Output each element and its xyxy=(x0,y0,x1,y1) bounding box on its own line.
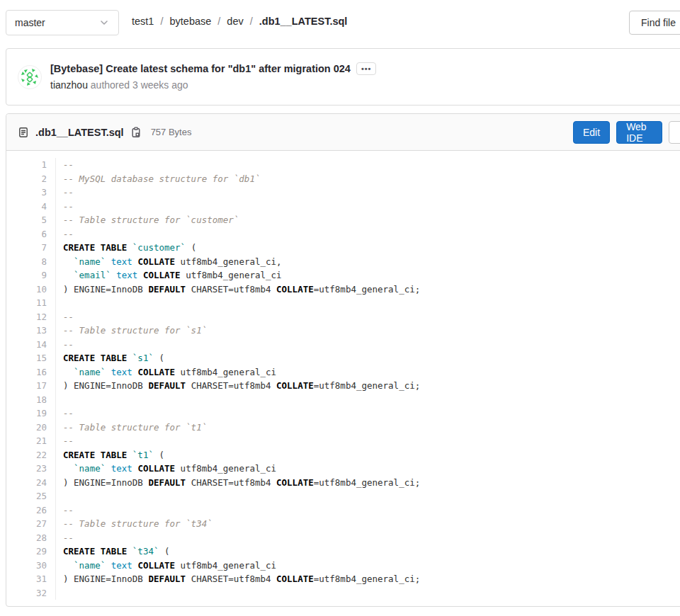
line-number[interactable]: 26 xyxy=(6,503,56,518)
line-number[interactable]: 10 xyxy=(6,283,56,297)
code-line: 25 xyxy=(6,489,680,503)
edit-button-label: Edit xyxy=(583,127,600,138)
line-number[interactable]: 14 xyxy=(6,338,56,352)
code-line: 22CREATE TABLE `t1` ( xyxy=(6,448,680,462)
code-line-content: -- xyxy=(56,434,680,448)
commit-authored-time: authored 3 weeks ago xyxy=(91,79,188,91)
line-number[interactable]: 9 xyxy=(6,268,56,283)
code-line: 9 `email` text COLLATE utf8mb4_general_c… xyxy=(6,268,680,283)
commit-author[interactable]: tianzhou xyxy=(50,79,88,91)
code-line: 14-- xyxy=(6,338,680,352)
code-line-content: CREATE TABLE `s1` ( xyxy=(56,351,680,365)
line-number[interactable]: 18 xyxy=(6,393,56,407)
file-header: .db1__LATEST.sql 757 Bytes Edit Web IDE xyxy=(6,114,680,151)
code-line: 32 xyxy=(6,586,680,600)
line-number[interactable]: 29 xyxy=(6,544,56,559)
line-number[interactable]: 32 xyxy=(6,586,56,600)
line-number[interactable]: 11 xyxy=(6,296,56,310)
code-line-content: -- Table structure for `t34` xyxy=(56,517,680,531)
branch-selector[interactable]: master xyxy=(6,10,119,35)
code-line: 19-- xyxy=(6,406,680,421)
breadcrumb-current-file: .db1__LATEST.sql xyxy=(259,16,348,27)
line-number[interactable]: 25 xyxy=(6,489,56,503)
code-line-content: `email` text COLLATE utf8mb4_general_ci xyxy=(56,268,680,283)
chevron-down-icon xyxy=(98,17,110,28)
code-line-content: -- Table structure for `s1` xyxy=(56,324,680,338)
avatar[interactable] xyxy=(18,65,42,89)
edit-button[interactable]: Edit xyxy=(573,121,610,144)
code-line-content: `name` text COLLATE utf8mb4_general_ci, xyxy=(56,255,680,269)
code-line: 20-- Table structure for `t1` xyxy=(6,421,680,435)
breadcrumb-separator: / xyxy=(160,16,163,27)
code-line-content xyxy=(56,296,680,310)
line-number[interactable]: 4 xyxy=(6,200,56,214)
line-number[interactable]: 17 xyxy=(6,379,56,393)
code-line: 15CREATE TABLE `s1` ( xyxy=(6,351,680,365)
code-line-content: -- xyxy=(56,338,680,352)
code-line: 28-- xyxy=(6,531,680,545)
file-name: .db1__LATEST.sql xyxy=(35,127,124,138)
file-viewer: .db1__LATEST.sql 757 Bytes Edit Web IDE … xyxy=(6,113,680,607)
line-number[interactable]: 19 xyxy=(6,406,56,421)
code-line: 1-- xyxy=(6,158,680,172)
code-line-content: -- xyxy=(56,531,680,545)
web-ide-button[interactable]: Web IDE xyxy=(616,121,662,144)
code-line-content xyxy=(56,393,680,407)
line-number[interactable]: 27 xyxy=(6,517,56,531)
line-number[interactable]: 7 xyxy=(6,241,56,255)
code-line-content xyxy=(56,586,680,600)
line-number[interactable]: 6 xyxy=(6,227,56,241)
line-number[interactable]: 23 xyxy=(6,462,56,476)
line-number[interactable]: 13 xyxy=(6,324,56,338)
breadcrumb-separator: / xyxy=(250,16,253,27)
copy-path-icon[interactable] xyxy=(130,127,142,138)
find-file-button[interactable]: Find file xyxy=(629,11,680,35)
breadcrumb-item[interactable]: test1 xyxy=(132,16,154,27)
code-line: 6-- xyxy=(6,227,680,241)
code-line: 8 `name` text COLLATE utf8mb4_general_ci… xyxy=(6,255,680,269)
commit-expand-button[interactable]: ••• xyxy=(356,62,377,75)
line-number[interactable]: 24 xyxy=(6,476,56,490)
line-number[interactable]: 21 xyxy=(6,434,56,448)
line-number[interactable]: 8 xyxy=(6,255,56,269)
code-line: 17) ENGINE=InnoDB DEFAULT CHARSET=utf8mb… xyxy=(6,379,680,393)
code-line-content: `name` text COLLATE utf8mb4_general_ci xyxy=(56,462,680,476)
code-line: 11 xyxy=(6,296,680,310)
code-line-content: `name` text COLLATE utf8mb4_general_ci xyxy=(56,365,680,380)
line-number[interactable]: 5 xyxy=(6,213,56,227)
code-line-content xyxy=(56,489,680,503)
line-number[interactable]: 15 xyxy=(6,351,56,365)
line-number[interactable]: 2 xyxy=(6,172,56,186)
line-number[interactable]: 1 xyxy=(6,158,56,172)
code-line: 2-- MySQL database structure for `db1` xyxy=(6,172,680,186)
breadcrumb-separator: / xyxy=(217,16,220,27)
code-line: 30 `name` text COLLATE utf8mb4_general_c… xyxy=(6,559,680,573)
line-number[interactable]: 16 xyxy=(6,365,56,380)
code-line-content: -- Table structure for `t1` xyxy=(56,421,680,435)
line-number[interactable]: 28 xyxy=(6,531,56,545)
download-button[interactable] xyxy=(669,121,680,144)
line-number[interactable]: 3 xyxy=(6,186,56,200)
code-line: 29CREATE TABLE `t34` ( xyxy=(6,544,680,559)
file-document-icon xyxy=(18,127,29,138)
breadcrumb-item[interactable]: dev xyxy=(227,16,243,27)
code-line-content: `name` text COLLATE utf8mb4_general_ci xyxy=(56,559,680,573)
line-number[interactable]: 12 xyxy=(6,310,56,324)
code-line: 23 `name` text COLLATE utf8mb4_general_c… xyxy=(6,462,680,476)
line-number[interactable]: 20 xyxy=(6,421,56,435)
code-content: 1--2-- MySQL database structure for `db1… xyxy=(6,151,680,606)
line-number[interactable]: 30 xyxy=(6,559,56,573)
code-line-content: ) ENGINE=InnoDB DEFAULT CHARSET=utf8mb4 … xyxy=(56,283,680,297)
code-line: 10) ENGINE=InnoDB DEFAULT CHARSET=utf8mb… xyxy=(6,283,680,297)
commit-meta: tianzhou authored 3 weeks ago xyxy=(50,78,376,93)
code-line-content: CREATE TABLE `customer` ( xyxy=(56,241,680,255)
line-number[interactable]: 31 xyxy=(6,572,56,586)
code-line: 7CREATE TABLE `customer` ( xyxy=(6,241,680,255)
line-number[interactable]: 22 xyxy=(6,448,56,462)
breadcrumb: test1 / bytebase / dev / .db1__LATEST.sq… xyxy=(132,0,347,42)
code-line: 16 `name` text COLLATE utf8mb4_general_c… xyxy=(6,365,680,380)
code-line-content: -- xyxy=(56,200,680,214)
code-line-content: -- Table structure for `customer` xyxy=(56,213,680,227)
breadcrumb-item[interactable]: bytebase xyxy=(169,16,211,27)
commit-title[interactable]: [Bytebase] Create latest schema for "db1… xyxy=(50,62,351,76)
